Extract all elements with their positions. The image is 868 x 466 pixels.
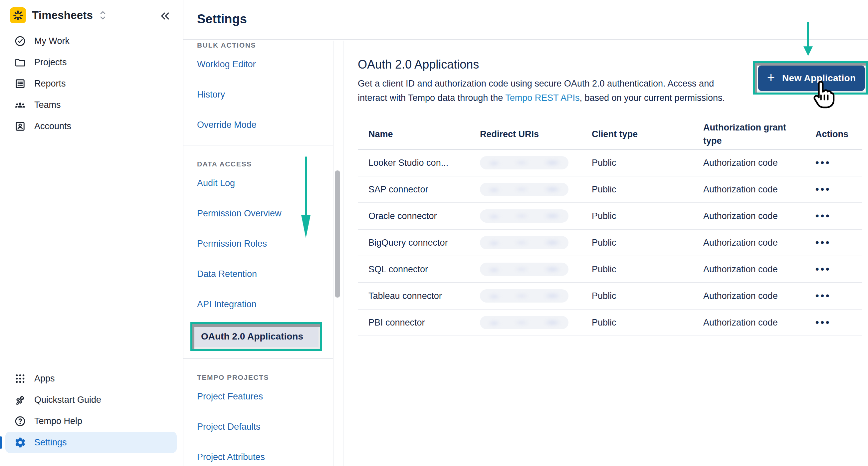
app-title: Timesheets (32, 9, 93, 22)
cell-redirect-uri (469, 209, 581, 223)
table-row: Oracle connector Public Authorization co… (358, 203, 862, 230)
sidebar-footer-nav: Apps Quickstart Guide Tempo Help Setting… (0, 368, 183, 453)
sidebar-item-label: Settings (34, 437, 67, 448)
row-actions-menu-button[interactable]: ••• (805, 157, 862, 168)
nav-section-bulk-actions: BULK ACTIONS (183, 41, 333, 49)
column-header-actions: Actions (805, 127, 862, 141)
cell-redirect-uri (469, 316, 581, 329)
cell-app-name: Oracle connector (358, 211, 469, 221)
chevron-updown-icon[interactable] (99, 10, 107, 21)
column-header-grant-type: Authorization grant type (692, 121, 805, 148)
settings-nav-link[interactable]: Override Mode (183, 110, 333, 140)
cell-grant-type: Authorization code (692, 317, 805, 328)
description-text: , based on your current permissions. (580, 93, 725, 103)
account-badge-icon (14, 120, 26, 132)
rocket-icon (14, 394, 26, 406)
sidebar-item-teams[interactable]: Teams (0, 94, 183, 116)
cell-app-name: SAP connector (358, 184, 469, 195)
table-body: Looker Studio con... Public Authorizatio… (358, 150, 862, 336)
table-row: Tableau connector Public Authorization c… (358, 283, 862, 310)
row-actions-menu-button[interactable]: ••• (805, 290, 862, 302)
annotation-arrow-to-button (802, 21, 814, 57)
sidebar-item-my-work[interactable]: My Work (0, 30, 183, 52)
folder-icon (14, 56, 26, 68)
settings-nav-link[interactable]: Worklog Editor (183, 49, 333, 80)
sidebar-item-label: Teams (34, 100, 61, 110)
table-row: SQL connector Public Authorization code … (358, 256, 862, 283)
redacted-redirect-uri-blur (480, 289, 568, 303)
hand-cursor-icon (809, 81, 835, 110)
cell-client-type: Public (581, 211, 692, 221)
app-switcher[interactable]: Timesheets (10, 7, 107, 23)
tempo-rest-apis-link[interactable]: Tempo REST APIs (505, 93, 580, 103)
cell-app-name: Looker Studio con... (358, 158, 469, 168)
redacted-redirect-uri-blur (480, 183, 568, 196)
help-circle-icon (14, 415, 26, 427)
sidebar-collapse-icon[interactable] (159, 11, 171, 21)
cell-app-name: SQL connector (358, 264, 469, 275)
cell-app-name: Tableau connector (358, 291, 469, 301)
sidebar-item-label: Tempo Help (34, 416, 82, 426)
row-actions-menu-button[interactable]: ••• (805, 317, 862, 328)
settings-nav-link[interactable]: Project Defaults (183, 412, 333, 442)
description-text: interact with Tempo data through the (358, 93, 505, 103)
app-sidebar: Timesheets My Work Projects Reports Team… (0, 0, 183, 466)
column-header-name: Name (358, 127, 469, 141)
sidebar-main-nav: My Work Projects Reports Teams Accounts (0, 30, 183, 137)
settings-nav-link[interactable]: Data Retention (183, 259, 333, 289)
sidebar-item-label: Accounts (34, 121, 71, 131)
row-actions-menu-button[interactable]: ••• (805, 210, 862, 222)
row-actions-menu-button[interactable]: ••• (805, 237, 862, 248)
cell-redirect-uri (469, 236, 581, 249)
apps-grid-icon (14, 372, 26, 385)
sidebar-item-quickstart-guide[interactable]: Quickstart Guide (0, 389, 183, 410)
sidebar-item-label: Quickstart Guide (34, 395, 101, 405)
annotation-arrow-in-nav (300, 155, 312, 240)
nav-group-tempo-projects: Project FeaturesProject DefaultsProject … (183, 381, 333, 466)
redacted-redirect-uri-blur (480, 316, 568, 329)
cell-client-type: Public (581, 317, 692, 328)
cell-grant-type: Authorization code (692, 238, 805, 248)
redacted-redirect-uri-blur (480, 156, 568, 169)
table-row: PBI connector Public Authorization code … (358, 310, 862, 336)
settings-nav-scrollbar[interactable] (335, 170, 340, 298)
cell-grant-type: Authorization code (692, 158, 805, 168)
sidebar-item-label: Projects (34, 57, 67, 68)
description-text: Get a client ID and authorization code u… (358, 79, 714, 89)
redacted-redirect-uri-blur (480, 236, 568, 249)
sidebar-item-projects[interactable]: Projects (0, 52, 183, 73)
redacted-redirect-uri-blur (480, 262, 568, 276)
cell-redirect-uri (469, 156, 581, 169)
cell-client-type: Public (581, 264, 692, 275)
sidebar-item-settings[interactable]: Settings (5, 432, 177, 453)
table-row: SAP connector Public Authorization code … (358, 177, 862, 203)
sidebar-item-reports[interactable]: Reports (0, 73, 183, 94)
plus-icon: + (767, 71, 775, 84)
table-row: BigQuery connector Public Authorization … (358, 230, 862, 256)
sidebar-item-accounts[interactable]: Accounts (0, 116, 183, 137)
settings-nav-active-link[interactable]: OAuth 2.0 Applications (201, 331, 303, 342)
cell-grant-type: Authorization code (692, 264, 805, 275)
cell-app-name: PBI connector (358, 317, 469, 328)
redacted-redirect-uri-blur (480, 209, 568, 223)
cell-client-type: Public (581, 184, 692, 195)
settings-nav-link[interactable]: Project Features (183, 381, 333, 412)
cell-grant-type: Authorization code (692, 211, 805, 221)
row-actions-menu-button[interactable]: ••• (805, 184, 862, 195)
nav-section-tempo-projects: TEMPO PROJECTS (183, 359, 333, 381)
column-header-redirect-uris: Redirect URIs (469, 127, 581, 141)
cell-grant-type: Authorization code (692, 184, 805, 195)
row-actions-menu-button[interactable]: ••• (805, 263, 862, 275)
settings-nav-link[interactable]: History (183, 80, 333, 110)
page-title: Settings (197, 12, 247, 26)
sidebar-item-label: Apps (34, 373, 55, 384)
check-circle-icon (14, 35, 26, 47)
sidebar-item-apps[interactable]: Apps (0, 368, 183, 389)
section-description: Get a client ID and authorization code u… (358, 76, 804, 105)
settings-nav: BULK ACTIONS Worklog EditorHistoryOverri… (183, 41, 334, 466)
settings-nav-link[interactable]: Project Attributes (183, 442, 333, 466)
settings-nav-link[interactable]: API Integration (183, 289, 333, 319)
sidebar-item-tempo-help[interactable]: Tempo Help (0, 410, 183, 432)
cell-redirect-uri (469, 183, 581, 196)
nav-item-oauth-applications-annotated[interactable]: OAuth 2.0 Applications (190, 322, 322, 351)
